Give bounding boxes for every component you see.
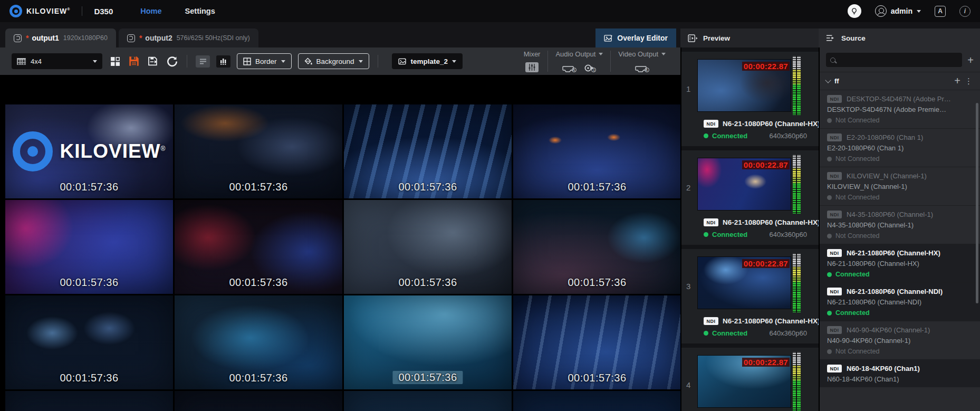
preview-source-name: N6-21-1080P60 (Channel-HX) [723, 218, 819, 226]
video-output-dropdown[interactable]: Video Output [618, 50, 666, 58]
border-dropdown[interactable]: Border [237, 53, 292, 69]
lamp-icon[interactable] [848, 4, 861, 18]
grid-cell[interactable] [344, 391, 512, 411]
audio-loop-icon[interactable]: 1 [584, 63, 596, 72]
grid-cell[interactable]: 00:01:57:36 [344, 200, 512, 294]
add-source-button[interactable]: + [967, 55, 974, 65]
preview-item[interactable]: 2 00:00:22.87 NDIN6-21-1080P60 (Channel-… [681, 150, 819, 245]
grid-timecode: 00:01:57:36 [229, 276, 287, 289]
source-item[interactable]: NDIN6-21-1080P60 (Channel-HX) N6-21-1080… [820, 244, 980, 282]
info-icon[interactable]: i [959, 6, 971, 17]
nav-settings[interactable]: Settings [185, 7, 215, 15]
save-icon [129, 56, 139, 66]
source-item[interactable]: NDIN6-21-1080P60 (Channel-NDI) N6-21-108… [820, 282, 980, 321]
grid-cell[interactable] [5, 391, 173, 411]
nav-home[interactable]: Home [140, 7, 161, 15]
chevron-down-icon [825, 77, 831, 83]
grid-cell[interactable]: 00:01:57:36 [5, 200, 173, 294]
connection-status: Not Connected [835, 194, 879, 201]
source-item[interactable]: NDIN4-35-1080P60 (Channel-1) N4-35-1080P… [820, 205, 980, 244]
status-dot [827, 195, 832, 200]
kiloview-logo-icon [13, 131, 53, 171]
audio-output-dropdown[interactable]: Audio Output [555, 50, 603, 58]
ndi-badge: NDI [827, 172, 842, 180]
preview-index: 2 [686, 183, 690, 192]
source-subtitle: N4-35-1080P60 (Channel-1) [827, 221, 973, 229]
language-icon[interactable]: A [935, 6, 946, 17]
preview-thumbnail[interactable]: 00:00:22.87 [697, 256, 791, 309]
grid-cell[interactable]: 00:01:57:36 [175, 104, 342, 198]
tab-output1[interactable]: * output1 1920x1080P60 [5, 28, 116, 47]
output-tabs: * output1 1920x1080P60 * output2 576i/62… [0, 22, 680, 47]
grid-cell[interactable]: 00:01:57:36 [175, 295, 342, 389]
add-to-group-button[interactable]: + [954, 75, 960, 86]
video-port-icon[interactable]: 1 [635, 63, 649, 72]
grid-cell[interactable]: KILOVIEW®00:01:57:36 [5, 104, 173, 198]
save-as-button[interactable] [147, 55, 159, 68]
main-area: 4x4 [0, 47, 680, 411]
background-dropdown[interactable]: Background [298, 53, 369, 69]
grid-timecode: 00:01:57:36 [568, 276, 626, 289]
source-item[interactable]: NDIN40-90-4KP60 (Channel-1) N40-90-4KP60… [820, 321, 980, 359]
chevron-down-icon [917, 10, 921, 13]
border-icon [243, 58, 251, 65]
status-dot [827, 349, 832, 354]
text-overlay-button[interactable] [196, 55, 210, 68]
mixer-faders-icon[interactable] [525, 62, 539, 72]
overlay-editor-button[interactable]: Overlay Editor [595, 28, 676, 47]
preview-item[interactable]: 4 00:00:22.87 [681, 348, 819, 411]
preview-item[interactable]: 3 00:00:22.87 NDIN6-21-1080P60 (Channel-… [681, 249, 819, 343]
source-title: N6-21-1080P60 (Channel-NDI) [847, 288, 943, 295]
chevron-down-icon [281, 60, 285, 63]
source-item[interactable]: NDIN60-18-4KP60 (Chan1) N60-18-4KP60 (Ch… [820, 359, 980, 387]
grid-cell[interactable]: 00:01:57:36 [5, 295, 173, 389]
grid-cell[interactable]: 00:01:57:36 [344, 295, 512, 389]
save-as-icon [148, 56, 158, 66]
audio-output-group: Audio Output 1 1 [548, 50, 610, 73]
search-input[interactable] [839, 56, 958, 64]
ndi-badge: NDI [827, 211, 842, 218]
grid-cell[interactable]: 00:01:57:36 [344, 104, 512, 198]
refresh-button[interactable] [166, 55, 178, 68]
preview-thumbnail[interactable]: 00:00:22.87 [697, 59, 791, 112]
mixer-label[interactable]: Mixer [524, 50, 541, 58]
grid-cell[interactable]: 00:01:57:36 [175, 200, 342, 294]
preview-timecode: 00:00:22.87 [742, 358, 790, 367]
grid-cell[interactable] [175, 391, 342, 411]
preview-index: 1 [686, 84, 690, 93]
tab-output2[interactable]: * output2 576i/625i 50Hz(SDI only) [119, 28, 258, 47]
grid-layout-icon [17, 58, 26, 65]
source-subtitle: N6-21-1080P60 (Channel-HX) [827, 260, 973, 267]
grid-timecode: 00:01:57:36 [229, 181, 287, 193]
grid-cell[interactable]: 00:01:57:36 [513, 200, 680, 294]
preview-thumbnail[interactable]: 00:00:22.87 [697, 158, 791, 211]
search-box[interactable] [826, 53, 962, 67]
grid-cell[interactable]: 00:01:57:36 [513, 295, 680, 389]
source-group-row[interactable]: ff + [820, 72, 980, 90]
device-model: D350 [94, 7, 113, 16]
source-scrollbar[interactable] [976, 103, 978, 303]
split-layout-icon [110, 56, 120, 66]
save-button[interactable] [128, 55, 140, 68]
source-item[interactable]: NDIKILOVIEW_N (Channel-1) KILOVIEW_N (Ch… [820, 167, 980, 205]
kiloview-logo-icon [9, 5, 22, 17]
preview-item[interactable]: 1 00:00:22.87 NDIN6-21-1080P60 (Channel-… [681, 52, 819, 146]
group-menu-icon[interactable] [965, 77, 973, 85]
audio-meter-button[interactable] [216, 55, 230, 68]
ndi-badge: NDI [827, 365, 842, 372]
template-dropdown[interactable]: template_2 [392, 53, 463, 69]
preview-thumbnail[interactable]: 00:00:22.87 [697, 355, 791, 408]
layout-select[interactable]: 4x4 [12, 53, 102, 69]
output-icon [14, 34, 22, 42]
connection-status: Not Connected [835, 155, 879, 163]
split-layout-button[interactable] [109, 55, 121, 68]
divider [82, 6, 82, 16]
grid-cell[interactable]: 00:01:57:36 [513, 104, 680, 198]
source-item[interactable]: NDIDESKTOP-S4D467N (Adobe Pr… DESKTOP-S4… [820, 90, 980, 128]
source-item[interactable]: NDIE2-20-1080P60 (Chan 1) E2-20-1080P60 … [820, 128, 980, 167]
grid-cell[interactable] [513, 391, 680, 411]
audio-level-meter [793, 155, 801, 214]
source-status-row: Connected [827, 309, 973, 317]
audio-port-icon[interactable]: 1 [562, 63, 577, 72]
user-menu[interactable]: admin [875, 5, 921, 17]
